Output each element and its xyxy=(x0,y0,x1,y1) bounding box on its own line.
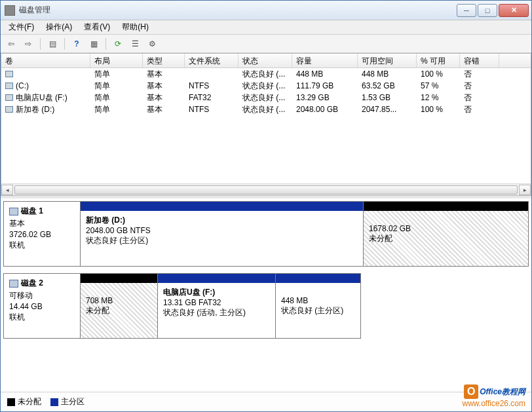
scroll-thumb[interactable] xyxy=(14,185,518,195)
watermark: OOffice教程网 www.office26.com xyxy=(463,384,526,408)
vol-fs: FAT32 xyxy=(185,92,238,103)
col-layout[interactable]: 布局 xyxy=(90,54,143,67)
vol-pct: 100 % xyxy=(417,104,460,115)
vol-fs: NTFS xyxy=(185,81,238,91)
table-row[interactable]: 电脑店U盘 (F:)简单基本FAT32状态良好 (...13.29 GB1.53… xyxy=(1,92,531,103)
menu-help[interactable]: 帮助(H) xyxy=(117,20,154,34)
disk-2-partition-3[interactable]: 448 MB 状态良好 (主分区) xyxy=(276,273,361,339)
scroll-right[interactable]: ▸ xyxy=(519,185,531,195)
settings-button[interactable]: ☰ xyxy=(128,37,142,50)
vol-layout: 简单 xyxy=(90,92,143,104)
more-button[interactable]: ⚙ xyxy=(145,37,159,50)
partition-detail: 708 MB xyxy=(86,296,152,305)
menu-action[interactable]: 操作(A) xyxy=(41,20,77,34)
vol-free: 2047.85... xyxy=(358,104,417,115)
vol-free: 448 MB xyxy=(358,69,417,79)
vol-status: 状态良好 (... xyxy=(238,80,292,92)
col-fs[interactable]: 文件系统 xyxy=(185,54,238,67)
vol-type: 基本 xyxy=(143,92,185,104)
disk-1-partition-1[interactable]: 新加卷 (D:) 2048.00 GB NTFS 状态良好 (主分区) xyxy=(81,201,364,267)
disk-1-info[interactable]: 磁盘 1 基本 3726.02 GB 联机 xyxy=(3,201,81,267)
partition-status: 状态良好 (活动, 主分区) xyxy=(163,307,270,318)
partition-detail: 448 MB xyxy=(281,296,355,305)
menubar: 文件(F) 操作(A) 查看(V) 帮助(H) xyxy=(1,20,531,35)
partition-status: 状态良好 (主分区) xyxy=(86,235,358,246)
col-free[interactable]: 可用空间 xyxy=(358,54,417,67)
col-status[interactable]: 状态 xyxy=(238,54,292,67)
col-volume[interactable]: 卷 xyxy=(1,54,90,67)
menu-file[interactable]: 文件(F) xyxy=(3,20,39,34)
vol-cap: 2048.00 GB xyxy=(292,104,358,115)
show-hide-button[interactable]: ▤ xyxy=(46,37,59,50)
partition-status: 未分配 xyxy=(86,305,152,316)
forward-button[interactable]: ⇨ xyxy=(22,37,35,50)
back-button[interactable]: ⇦ xyxy=(5,37,18,50)
partition-status: 未分配 xyxy=(369,233,523,244)
disk-1-size: 3726.02 GB xyxy=(9,230,75,239)
partition-detail: 1678.02 GB xyxy=(369,224,523,233)
col-type[interactable]: 类型 xyxy=(143,54,185,67)
disk-2-size: 14.44 GB xyxy=(9,302,75,311)
disk-1-partition-2[interactable]: 1678.02 GB 未分配 xyxy=(364,201,529,267)
vol-status: 状态良好 (... xyxy=(238,92,292,104)
table-row[interactable]: 新加卷 (D:)简单基本NTFS状态良好 (...2048.00 GB2047.… xyxy=(1,103,531,115)
col-pct[interactable]: % 可用 xyxy=(417,54,460,67)
toolbar: ⇦ ⇨ ▤ ? ▦ ⟳ ☰ ⚙ xyxy=(1,35,531,53)
disk-2-type: 可移动 xyxy=(9,290,75,301)
table-row[interactable]: 简单基本状态良好 (...448 MB448 MB100 %否 xyxy=(1,68,531,80)
volume-icon xyxy=(5,106,13,113)
legend-unallocated: 未分配 xyxy=(7,396,41,407)
col-ft[interactable]: 容错 xyxy=(460,54,499,67)
disk-graphic-pane: 磁盘 1 基本 3726.02 GB 联机 新加卷 (D:) 2048.00 G… xyxy=(1,198,531,392)
vol-cap: 448 MB xyxy=(292,69,358,79)
vol-free: 1.53 GB xyxy=(358,92,417,103)
vol-ft: 否 xyxy=(460,68,499,81)
menu-view[interactable]: 查看(V) xyxy=(79,20,115,34)
vol-status: 状态良好 (... xyxy=(238,68,292,81)
disk-2-title: 磁盘 2 xyxy=(21,278,43,289)
maximize-button[interactable]: □ xyxy=(478,4,497,17)
h-scrollbar[interactable]: ◂ ▸ xyxy=(1,183,531,195)
refresh-button[interactable]: ⟳ xyxy=(111,37,124,50)
vol-type: 基本 xyxy=(143,80,185,92)
disk-2-partition-2[interactable]: 电脑店U盘 (F:) 13.31 GB FAT32 状态良好 (活动, 主分区) xyxy=(158,273,276,339)
partition-name: 新加卷 (D:) xyxy=(86,215,358,226)
vol-fs xyxy=(185,73,238,75)
vol-status: 状态良好 (... xyxy=(238,103,292,116)
legend-primary: 主分区 xyxy=(50,396,85,407)
disk-2-block: 磁盘 2 可移动 14.44 GB 联机 708 MB 未分配 xyxy=(3,273,529,339)
disk-2-info[interactable]: 磁盘 2 可移动 14.44 GB 联机 xyxy=(3,273,81,339)
list-header[interactable]: 卷 布局 类型 文件系统 状态 容量 可用空间 % 可用 容错 xyxy=(1,54,531,68)
help-button[interactable]: ? xyxy=(70,37,83,50)
vol-cap: 13.29 GB xyxy=(292,92,358,103)
primary-stripe xyxy=(276,274,360,283)
vol-ft: 否 xyxy=(460,103,499,116)
vol-name: 电脑店U盘 (F:) xyxy=(16,92,67,103)
disk-1-type: 基本 xyxy=(9,218,75,229)
volume-icon xyxy=(5,94,13,101)
vol-pct: 12 % xyxy=(417,92,460,103)
disk-1-state: 联机 xyxy=(9,240,75,251)
volume-list[interactable]: 卷 布局 类型 文件系统 状态 容量 可用空间 % 可用 容错 简单基本状态良好… xyxy=(1,53,531,196)
disk-1-block: 磁盘 1 基本 3726.02 GB 联机 新加卷 (D:) 2048.00 G… xyxy=(3,201,529,267)
scroll-left[interactable]: ◂ xyxy=(1,185,13,195)
vol-layout: 简单 xyxy=(90,80,143,92)
minimize-button[interactable]: ─ xyxy=(457,4,476,17)
vol-pct: 57 % xyxy=(417,81,460,91)
partition-detail: 2048.00 GB NTFS xyxy=(86,226,358,235)
vol-free: 63.52 GB xyxy=(358,81,417,91)
disk-2-state: 联机 xyxy=(9,312,75,323)
close-button[interactable]: ✕ xyxy=(499,4,529,17)
disk-icon xyxy=(9,280,18,288)
vol-type: 基本 xyxy=(143,103,185,116)
col-cap[interactable]: 容量 xyxy=(292,54,358,67)
volume-icon xyxy=(5,83,13,89)
window-title: 磁盘管理 xyxy=(19,5,457,16)
vol-pct: 100 % xyxy=(417,69,460,79)
disk-2-partition-1[interactable]: 708 MB 未分配 xyxy=(81,273,158,339)
app-icon xyxy=(5,5,15,16)
table-row[interactable]: (C:)简单基本NTFS状态良好 (...111.79 GB63.52 GB57… xyxy=(1,80,531,92)
view-button[interactable]: ▦ xyxy=(87,37,100,50)
disk-1-title: 磁盘 1 xyxy=(21,206,43,217)
titlebar: 磁盘管理 ─ □ ✕ xyxy=(1,1,531,20)
